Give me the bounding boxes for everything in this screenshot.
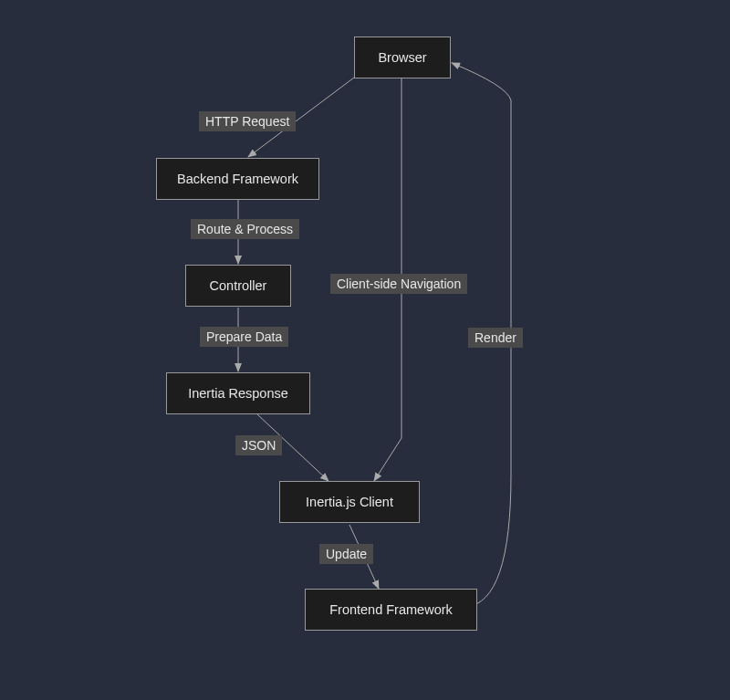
- node-controller: Controller: [185, 265, 291, 307]
- node-inertia-response: Inertia Response: [166, 372, 310, 414]
- label-client-nav: Client-side Navigation: [330, 274, 467, 294]
- label-route-process: Route & Process: [191, 219, 299, 239]
- node-inertia-client: Inertia.js Client: [279, 481, 420, 523]
- node-browser: Browser: [354, 37, 451, 78]
- label-http-request: HTTP Request: [199, 111, 296, 131]
- label-json: JSON: [235, 435, 282, 455]
- node-backend-framework: Backend Framework: [156, 158, 319, 200]
- node-frontend-framework: Frontend Framework: [305, 589, 477, 631]
- label-update: Update: [319, 544, 373, 564]
- label-prepare-data: Prepare Data: [200, 327, 288, 347]
- label-render: Render: [468, 328, 523, 348]
